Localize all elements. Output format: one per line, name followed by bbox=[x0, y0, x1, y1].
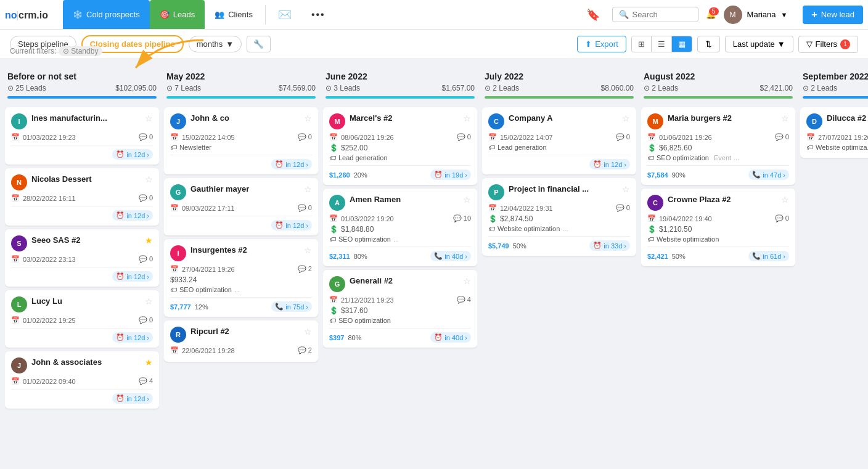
card-gauthier[interactable]: G Gauthier mayer ☆ 📅 09/03/2022 17:11 💬 … bbox=[164, 178, 318, 235]
card-maria-burgers[interactable]: M Maria burgers #2 ☆ 📅 01/06/2021 19:26 … bbox=[641, 107, 795, 185]
star-icon[interactable]: ☆ bbox=[463, 276, 471, 286]
months-button[interactable]: months ▼ bbox=[189, 36, 242, 52]
timer-badge: ⏰ in 12d › bbox=[112, 149, 153, 160]
chevron-right-icon: › bbox=[147, 273, 149, 280]
search-box[interactable]: 🔍 bbox=[612, 7, 698, 22]
list-view-button[interactable]: ☰ bbox=[652, 36, 672, 52]
top-nav: no | crm.io ❄️ Cold prospects 🎯 Leads 👥 … bbox=[0, 0, 868, 30]
timer-badge: 📞 in 61d › bbox=[748, 251, 789, 261]
card-ripcurl[interactable]: R Ripcurl #2 ☆ 📅 22/06/2021 19:28 💬 2 bbox=[164, 320, 318, 362]
star-icon[interactable]: ☆ bbox=[781, 195, 789, 205]
card-generali[interactable]: G Generali #2 ☆ 📅 21/12/2021 19:23 💬 4 💲… bbox=[323, 270, 477, 348]
search-input[interactable] bbox=[633, 10, 692, 19]
avatar: D bbox=[806, 113, 822, 129]
card-company-a[interactable]: C Company A ☆ 📅 15/02/2022 14:07 💬 0 🏷 L… bbox=[482, 107, 636, 174]
sort-icon: ⇅ bbox=[705, 39, 712, 49]
avatar: M bbox=[329, 113, 345, 129]
timer-badge: ⏰ in 40d › bbox=[430, 332, 471, 343]
filters-button[interactable]: ▽ Filters 1 bbox=[798, 36, 858, 53]
col-progress-bar bbox=[644, 96, 793, 99]
star-icon[interactable]: ☆ bbox=[145, 113, 153, 123]
card-title: Company A bbox=[509, 113, 622, 123]
card-john-co[interactable]: J John & co ☆ 📅 15/02/2022 14:05 💬 0 🏷 N… bbox=[164, 107, 318, 174]
star-icon[interactable]: ☆ bbox=[304, 245, 312, 255]
star-icon[interactable]: ☆ bbox=[304, 327, 312, 336]
column-june-2022: June 2022 ⊙ 3 Leads $1,657.00 M Marcel's… bbox=[323, 67, 477, 462]
nav-tab-cold-prospects[interactable]: ❄️ Cold prospects bbox=[63, 0, 150, 29]
comment-icon: 💬 0 bbox=[139, 255, 153, 263]
star-icon[interactable]: ☆ bbox=[781, 113, 789, 123]
bookmark-button[interactable]: 🔖 bbox=[579, 5, 607, 25]
card-marcels[interactable]: M Marcel's #2 ☆ 📅 08/06/2021 19:26 💬 0 💲… bbox=[323, 107, 477, 185]
notification-button[interactable]: 🔔 5 bbox=[703, 7, 719, 22]
card-john-associates[interactable]: J John & associates ★ 📅 01/02/2022 09:40… bbox=[5, 351, 159, 409]
kanban-view-button[interactable]: ▦ bbox=[672, 36, 692, 52]
star-icon[interactable]: ☆ bbox=[463, 113, 471, 123]
amount-icon: 💲 bbox=[647, 144, 657, 152]
amount-icon: 💲 bbox=[329, 225, 338, 234]
logo[interactable]: no | crm.io bbox=[5, 6, 60, 23]
user-chevron-icon[interactable]: ▼ bbox=[781, 11, 788, 18]
star-icon[interactable]: ☆ bbox=[304, 184, 312, 194]
star-icon[interactable]: ☆ bbox=[145, 174, 153, 184]
chevron-right-icon: › bbox=[147, 212, 149, 219]
star-icon[interactable]: ☆ bbox=[622, 184, 630, 194]
star-icon[interactable]: ★ bbox=[145, 235, 153, 245]
avatar[interactable]: M bbox=[724, 6, 742, 24]
star-icon[interactable]: ☆ bbox=[463, 195, 471, 205]
calendar-icon: 📅 bbox=[647, 133, 656, 141]
star-icon[interactable]: ★ bbox=[145, 357, 153, 367]
avatar: J bbox=[11, 357, 27, 373]
star-icon[interactable]: ☆ bbox=[304, 113, 312, 123]
nav-tab-leads[interactable]: 🎯 Leads bbox=[150, 0, 205, 29]
avatar: R bbox=[170, 327, 186, 343]
clock-icon: ⏰ bbox=[275, 221, 284, 229]
card-dilucca[interactable]: D Dilucca #2 ☆ 📅 27/07/2021 19:26 💬 0 🏷 … bbox=[800, 107, 868, 158]
tag-icon: 🏷 bbox=[806, 144, 813, 151]
card-title: Lucy Lu bbox=[31, 296, 145, 306]
card-crowne-plaza[interactable]: C Crowne Plaza #2 ☆ 📅 19/04/2022 19:40 💬… bbox=[641, 189, 795, 266]
amount-icon: 💲 bbox=[329, 144, 338, 152]
card-title: Crowne Plaza #2 bbox=[668, 195, 781, 204]
clock-icon: ⏰ bbox=[116, 150, 125, 158]
calendar-icon: 📅 bbox=[329, 296, 338, 304]
timer-badge: ⏰ in 19d › bbox=[430, 169, 471, 180]
chevron-down-icon-2: ▼ bbox=[777, 39, 785, 49]
filter-funnel-icon: ▽ bbox=[806, 39, 813, 49]
email-button[interactable]: ✉️ bbox=[268, 0, 301, 29]
chevron-down-icon: ▼ bbox=[226, 39, 234, 49]
timer-badge: ⏰ in 12d › bbox=[112, 271, 153, 282]
tag-icon: 🏷 bbox=[170, 144, 177, 151]
filter-count-badge: 1 bbox=[840, 39, 850, 49]
amount-icon: 💲 bbox=[488, 214, 497, 223]
phone-icon: 📞 bbox=[434, 252, 443, 260]
star-icon[interactable]: ☆ bbox=[145, 296, 153, 306]
col-progress-bar bbox=[166, 96, 316, 99]
comment-icon: 💬 0 bbox=[775, 133, 789, 141]
nav-tab-clients[interactable]: 👥 Clients bbox=[205, 0, 263, 29]
card-amen-ramen[interactable]: A Amen Ramen ☆ 📅 01/03/2022 19:20 💬 10 💲… bbox=[323, 189, 477, 266]
new-lead-button[interactable]: + New lead bbox=[803, 6, 863, 24]
user-name[interactable]: Mariana bbox=[747, 10, 776, 19]
column-july-2022: July 2022 ⊙ 2 Leads $8,060.00 C Company … bbox=[482, 67, 636, 462]
card-nicolas[interactable]: N Nicolas Dessert ☆ 📅 28/02/2022 16:11 💬… bbox=[5, 168, 159, 226]
card-ines[interactable]: I Ines manufacturin... ☆ 📅 01/03/2022 19… bbox=[5, 107, 159, 165]
card-insurgentes[interactable]: I Insurgentes #2 ☆ 📅 27/04/2021 19:26 💬 … bbox=[164, 239, 318, 317]
comment-icon: 💬 0 bbox=[139, 133, 153, 141]
card-project-financial[interactable]: P Project in financial ... ☆ 📅 12/04/202… bbox=[482, 178, 636, 256]
last-update-button[interactable]: Last update ▼ bbox=[725, 36, 793, 52]
wrench-icon: 🔧 bbox=[253, 39, 264, 49]
settings-button[interactable]: 🔧 bbox=[247, 36, 271, 52]
comment-icon: 💬 2 bbox=[298, 346, 312, 354]
export-button[interactable]: ⬆ Export bbox=[577, 36, 626, 52]
more-button[interactable]: ••• bbox=[301, 0, 335, 29]
card-title: John & co bbox=[190, 113, 304, 123]
card-lucy[interactable]: L Lucy Lu ☆ 📅 01/02/2022 19:25 💬 0 ⏰ in … bbox=[5, 290, 159, 348]
card-seeo[interactable]: S Seeo SAS #2 ★ 📅 03/02/2022 23:13 💬 0 ⏰… bbox=[5, 229, 159, 287]
tag-icon: 🏷 bbox=[488, 144, 495, 151]
grid-view-button[interactable]: ⊞ bbox=[632, 36, 652, 52]
sort-button[interactable]: ⇅ bbox=[697, 36, 720, 52]
star-icon[interactable]: ☆ bbox=[622, 113, 630, 123]
standby-filter-tag[interactable]: ⊙ Standby bbox=[59, 46, 102, 56]
avatar: G bbox=[329, 276, 345, 292]
